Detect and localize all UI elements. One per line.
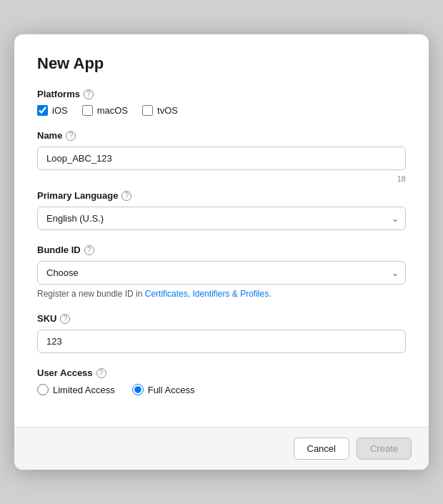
platform-tvos-label: tvOS (157, 105, 178, 116)
platforms-help-icon[interactable]: ? (84, 89, 94, 99)
platform-macos-item[interactable]: macOS (82, 105, 128, 116)
platform-tvos-checkbox[interactable] (142, 105, 153, 116)
platform-macos-label: macOS (97, 105, 128, 116)
bundle-id-select[interactable]: Choose (37, 261, 406, 285)
platforms-section: Platforms ? iOS macOS tvOS (37, 89, 406, 116)
primary-language-select[interactable]: English (U.S.) French German Spanish (37, 207, 406, 230)
primary-language-help-icon[interactable]: ? (121, 191, 131, 201)
platform-ios-label: iOS (52, 105, 68, 116)
bundle-hint: Register a new bundle ID in Certificates… (37, 289, 406, 299)
primary-language-select-wrapper: English (U.S.) French German Spanish ⌄ (37, 207, 406, 230)
name-char-count: 18 (397, 174, 406, 183)
primary-language-section: Primary Language ? English (U.S.) French… (37, 190, 406, 230)
modal-body: New App Platforms ? iOS macOS (14, 34, 429, 427)
user-access-label: User Access ? (37, 367, 406, 378)
platform-ios-item[interactable]: iOS (37, 105, 68, 116)
sku-help-icon[interactable]: ? (60, 314, 70, 324)
page-title: New App (37, 54, 406, 73)
user-access-section: User Access ? Limited Access Full Access (37, 367, 406, 395)
sku-label: SKU ? (37, 313, 406, 324)
bundle-id-label: Bundle ID ? (37, 244, 406, 255)
create-button[interactable]: Create (357, 438, 412, 460)
user-access-full-item[interactable]: Full Access (132, 384, 195, 395)
platforms-checkboxes: iOS macOS tvOS (37, 105, 406, 116)
modal-footer: Cancel Create (14, 427, 429, 470)
bundle-id-section: Bundle ID ? Choose ⌄ Register a new bund… (37, 244, 406, 299)
name-label: Name ? (37, 130, 406, 141)
name-input[interactable] (37, 147, 406, 170)
user-access-limited-label: Limited Access (53, 385, 115, 395)
platform-macos-checkbox[interactable] (82, 105, 93, 116)
user-access-full-radio[interactable] (132, 384, 144, 395)
modal-dialog: New App Platforms ? iOS macOS (14, 34, 429, 470)
primary-language-label: Primary Language ? (37, 190, 406, 201)
bundle-id-select-wrapper: Choose ⌄ (37, 261, 406, 285)
sku-section: SKU ? (37, 313, 406, 353)
name-section: Name ? 18 (37, 130, 406, 170)
name-input-wrapper: 18 (37, 147, 406, 170)
user-access-full-label: Full Access (148, 385, 195, 395)
user-access-help-icon[interactable]: ? (96, 368, 106, 378)
user-access-limited-radio[interactable] (37, 384, 49, 395)
modal-overlay: New App Platforms ? iOS macOS (0, 0, 443, 504)
sku-input[interactable] (37, 330, 406, 353)
user-access-limited-item[interactable]: Limited Access (37, 384, 115, 395)
cancel-button[interactable]: Cancel (294, 438, 349, 460)
name-help-icon[interactable]: ? (66, 131, 76, 141)
bundle-id-link[interactable]: Certificates, Identifiers & Profiles (145, 289, 269, 299)
platform-tvos-item[interactable]: tvOS (142, 105, 178, 116)
platforms-label: Platforms ? (37, 89, 406, 99)
platform-ios-checkbox[interactable] (37, 105, 48, 116)
bundle-id-help-icon[interactable]: ? (84, 245, 94, 255)
user-access-radio-group: Limited Access Full Access (37, 384, 406, 395)
